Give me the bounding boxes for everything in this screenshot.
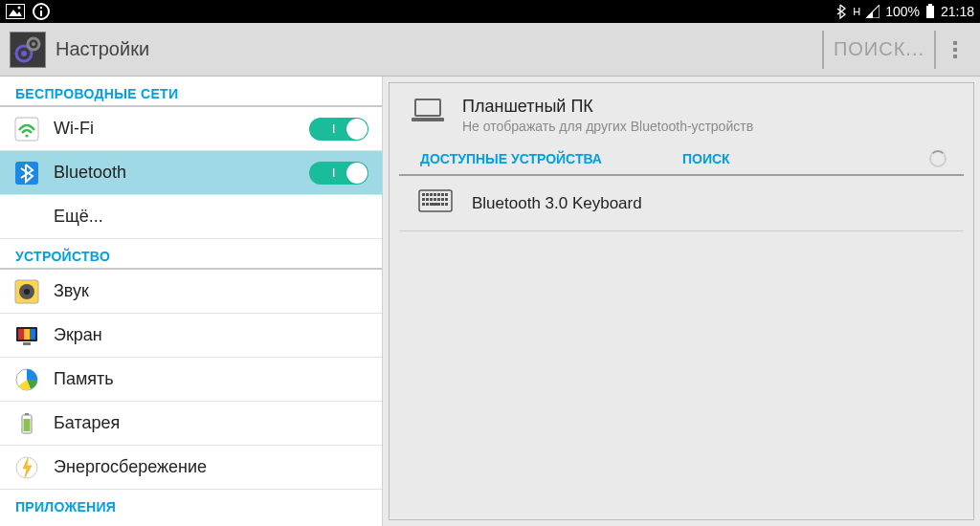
sidebar-item-sound[interactable]: Звук: [0, 270, 382, 314]
keyboard-icon: [418, 189, 453, 217]
app-icon: [10, 32, 46, 68]
main-area: БЕСПРОВОДНЫЕ СЕТИ Wi-Fi Bluetooth Ещё...…: [0, 77, 980, 526]
action-bar: Настройки ПОИСК...: [0, 23, 980, 77]
gallery-icon: [6, 4, 25, 19]
tab-available-devices[interactable]: ДОСТУПНЫЕ УСТРОЙСТВА: [409, 151, 613, 166]
section-header-device: УСТРОЙСТВО: [0, 239, 382, 270]
sidebar-item-label: Энергосбережение: [54, 457, 207, 477]
svg-rect-9: [928, 4, 932, 6]
svg-rect-37: [437, 193, 440, 196]
sidebar-item-label: Экран: [54, 325, 102, 345]
clock-label: 21:18: [941, 4, 974, 19]
svg-rect-8: [926, 6, 934, 18]
sidebar-item-label: Bluetooth: [54, 163, 126, 183]
battery-icon: [925, 4, 935, 19]
sidebar-item-label: Звук: [54, 281, 89, 301]
svg-rect-50: [441, 203, 444, 206]
sidebar-item-storage[interactable]: Память: [0, 358, 382, 402]
svg-rect-36: [434, 193, 436, 196]
wifi-icon: [13, 116, 40, 142]
svg-rect-30: [415, 99, 440, 116]
svg-rect-49: [430, 203, 440, 206]
overflow-menu-button[interactable]: [936, 31, 974, 69]
search-input[interactable]: ПОИСК...: [822, 31, 936, 69]
svg-rect-42: [430, 198, 433, 201]
bluetooth-status-icon: [835, 4, 847, 19]
svg-rect-39: [445, 193, 448, 196]
bluetooth-icon: [13, 160, 40, 186]
sidebar-item-wifi[interactable]: Wi-Fi: [0, 107, 382, 151]
battery-settings-icon: [13, 410, 40, 437]
svg-rect-41: [426, 198, 429, 201]
sidebar-item-label: Память: [54, 369, 114, 389]
svg-marker-1: [9, 10, 22, 16]
own-device-name: Планшетный ПК: [462, 97, 753, 117]
svg-rect-0: [6, 4, 25, 19]
battery-percent-label: 100%: [885, 4, 920, 19]
info-icon: [33, 3, 50, 20]
detail-pane: Планшетный ПК Не отображать для других B…: [383, 77, 980, 526]
svg-rect-31: [412, 118, 444, 121]
svg-rect-24: [23, 342, 31, 345]
section-header-apps: ПРИЛОЖЕНИЯ: [0, 490, 382, 518]
available-device-name: Bluetooth 3.0 Keyboard: [472, 194, 642, 213]
detail-tab-bar: ДОСТУПНЫЕ УСТРОЙСТВА ПОИСК: [399, 143, 964, 176]
svg-point-19: [24, 289, 30, 295]
section-header-wireless: БЕСПРОВОДНЫЕ СЕТИ: [0, 77, 382, 107]
sidebar-item-label: Wi-Fi: [54, 119, 94, 139]
svg-rect-34: [426, 193, 429, 196]
sidebar-item-power-saving[interactable]: Энергосбережение: [0, 446, 382, 490]
wifi-toggle[interactable]: [309, 118, 368, 141]
sidebar-item-display[interactable]: Экран: [0, 314, 382, 358]
svg-point-13: [32, 42, 35, 46]
svg-rect-33: [422, 193, 425, 196]
available-device-row[interactable]: Bluetooth 3.0 Keyboard: [399, 176, 964, 231]
tab-search[interactable]: ПОИСК: [671, 151, 742, 166]
svg-rect-35: [430, 193, 433, 196]
bluetooth-toggle[interactable]: [309, 162, 368, 185]
svg-rect-22: [24, 329, 30, 340]
sidebar-item-battery[interactable]: Батарея: [0, 402, 382, 446]
network-type-label: H: [853, 6, 860, 17]
svg-rect-47: [422, 203, 425, 206]
svg-rect-23: [30, 329, 35, 340]
svg-rect-45: [441, 198, 444, 201]
settings-sidebar: БЕСПРОВОДНЫЕ СЕТИ Wi-Fi Bluetooth Ещё...…: [0, 77, 383, 526]
loading-spinner-icon: [929, 150, 947, 167]
svg-rect-51: [445, 203, 448, 206]
svg-rect-28: [24, 419, 31, 431]
svg-rect-44: [437, 198, 440, 201]
svg-rect-27: [25, 413, 29, 415]
sidebar-item-bluetooth[interactable]: Bluetooth: [0, 151, 382, 195]
svg-rect-46: [445, 198, 448, 201]
page-title: Настройки: [56, 38, 149, 60]
svg-rect-40: [422, 198, 425, 201]
svg-rect-38: [441, 193, 444, 196]
laptop-icon: [409, 97, 443, 123]
svg-point-15: [25, 134, 28, 137]
power-saving-icon: [13, 454, 40, 481]
sidebar-item-more[interactable]: Ещё...: [0, 195, 382, 239]
svg-rect-21: [18, 329, 24, 340]
own-device-visibility: Не отображать для других Bluetooth-устро…: [462, 119, 753, 134]
sound-icon: [13, 278, 40, 305]
storage-icon: [13, 366, 40, 393]
svg-rect-48: [426, 203, 429, 206]
svg-rect-43: [434, 198, 436, 201]
status-bar: H 100% 21:18: [0, 0, 980, 23]
signal-icon: [866, 5, 880, 18]
svg-rect-5: [40, 7, 42, 9]
svg-point-2: [18, 7, 21, 10]
sidebar-item-label: Ещё...: [54, 207, 103, 227]
svg-rect-4: [40, 11, 42, 16]
own-device-row[interactable]: Планшетный ПК Не отображать для других B…: [390, 83, 973, 143]
display-icon: [13, 322, 40, 349]
sidebar-item-label: Батарея: [54, 413, 120, 433]
svg-point-11: [21, 51, 27, 56]
